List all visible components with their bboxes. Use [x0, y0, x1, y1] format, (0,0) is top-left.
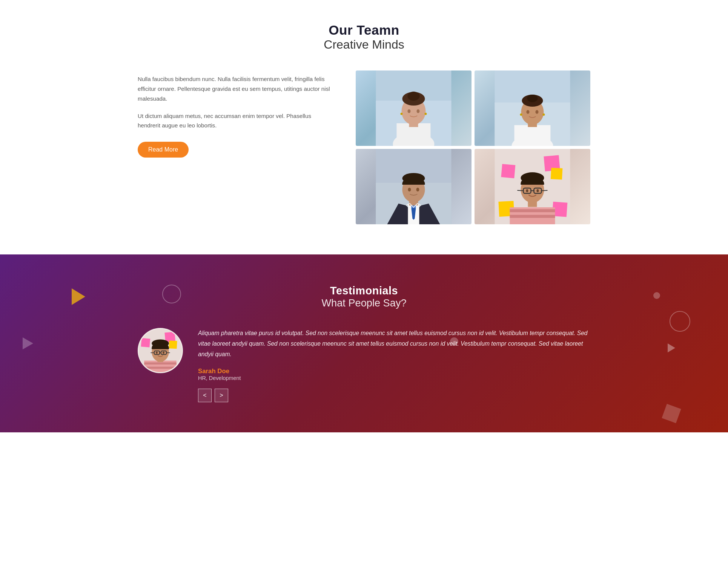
- svg-rect-37: [501, 164, 515, 178]
- testimonials-subtitle: What People Say?: [138, 297, 590, 309]
- deco-circle-solid-right: [653, 292, 660, 299]
- svg-point-32: [408, 188, 411, 191]
- svg-point-19: [527, 95, 538, 102]
- svg-rect-41: [510, 209, 555, 212]
- read-more-button[interactable]: Read More: [138, 142, 189, 158]
- testimonials-inner: Testimonials What People Say?: [138, 285, 590, 402]
- team-content: Nulla faucibus bibendum nunc. Nulla faci…: [138, 70, 590, 224]
- team-section: Our Teamn Creative Minds Nulla faucibus …: [0, 0, 728, 254]
- svg-rect-58: [144, 362, 177, 365]
- svg-point-52: [537, 189, 539, 192]
- team-photo-3: [356, 149, 472, 224]
- testimonials-label: Testimonials: [138, 285, 590, 297]
- testimonial-prev-button[interactable]: <: [198, 389, 212, 402]
- team-heading-bold: Our Teamn: [30, 23, 698, 38]
- svg-point-22: [520, 113, 522, 116]
- team-photo-4: [475, 149, 590, 224]
- testimonial-person-role: HR, Development: [198, 375, 590, 381]
- testimonial-body: Aliquam pharetra vitae purus id volutpat…: [138, 328, 590, 402]
- team-photo-grid: [356, 70, 590, 224]
- svg-rect-36: [551, 168, 563, 180]
- svg-line-50: [542, 190, 548, 191]
- svg-point-33: [416, 188, 419, 191]
- testimonials-section: Testimonials What People Say?: [0, 254, 728, 432]
- deco-square: [662, 404, 681, 423]
- testimonial-quote: Aliquam pharetra vitae purus id volutpat…: [198, 328, 590, 360]
- team-header: Our Teamn Creative Minds: [30, 23, 698, 52]
- svg-rect-56: [141, 338, 151, 348]
- svg-point-10: [401, 113, 403, 115]
- team-paragraph-1: Nulla faucibus bibendum nunc. Nulla faci…: [138, 74, 333, 104]
- team-text: Nulla faucibus bibendum nunc. Nulla faci…: [138, 70, 333, 158]
- svg-point-68: [156, 352, 158, 354]
- deco-play-triangle-right: [668, 343, 675, 352]
- svg-point-23: [543, 113, 545, 116]
- team-heading-light: Creative Minds: [30, 38, 698, 52]
- svg-point-21: [536, 110, 539, 114]
- svg-point-9: [417, 109, 420, 113]
- deco-play-triangle-large: [72, 288, 85, 305]
- svg-rect-57: [144, 361, 177, 372]
- deco-play-triangle-small: [23, 337, 33, 349]
- svg-point-69: [163, 352, 164, 354]
- svg-rect-42: [510, 215, 555, 218]
- testimonials-header: Testimonials What People Say?: [138, 285, 590, 309]
- svg-line-49: [518, 190, 524, 191]
- testimonial-navigation: < >: [198, 389, 590, 402]
- svg-point-51: [526, 189, 528, 192]
- testimonial-content: Aliquam pharetra vitae purus id volutpat…: [198, 328, 590, 402]
- team-photo-2: [475, 70, 590, 146]
- svg-rect-55: [169, 340, 177, 349]
- team-photo-1: [356, 70, 472, 146]
- testimonial-person-name: Sarah Doe: [198, 368, 590, 375]
- svg-point-8: [408, 109, 411, 113]
- svg-point-7: [408, 92, 420, 101]
- svg-point-11: [425, 113, 427, 115]
- svg-point-20: [527, 110, 530, 114]
- svg-rect-15: [515, 125, 551, 146]
- testimonial-next-button[interactable]: >: [215, 389, 228, 402]
- svg-rect-59: [144, 367, 177, 369]
- testimonial-avatar: [138, 328, 183, 373]
- deco-circle-outline-right: [670, 311, 690, 332]
- team-paragraph-2: Ut dictum aliquam metus, nec accumsan en…: [138, 111, 333, 131]
